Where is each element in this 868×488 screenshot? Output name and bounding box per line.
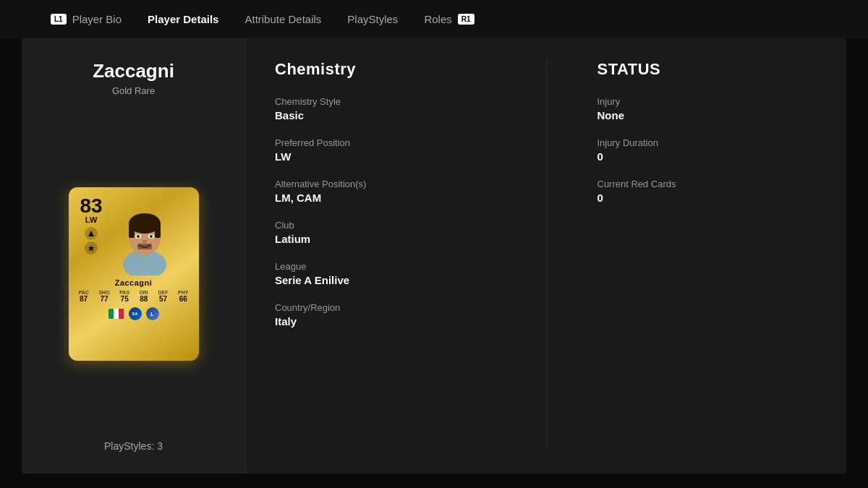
card-star-icon [85, 241, 98, 254]
league-label: League [275, 261, 495, 272]
country-label: Country/Region [275, 302, 495, 313]
card-rating: 83 [80, 196, 103, 216]
svg-point-11 [150, 235, 153, 238]
svg-point-10 [137, 235, 140, 238]
card-arrow-icon [85, 227, 98, 240]
red-cards-label: Current Red Cards [597, 179, 818, 189]
chemistry-style-value: Basic [275, 109, 495, 121]
club-label: Club [275, 220, 495, 231]
player-name-heading: Zaccagni [93, 60, 174, 82]
nav-item-player-details[interactable]: Player Details [148, 13, 218, 25]
svg-marker-1 [88, 245, 95, 252]
card-stat-phy: PHY 66 [178, 290, 188, 303]
nav-item-playstyles[interactable]: PlayStyles [347, 13, 398, 25]
panel-divider [546, 60, 547, 452]
preferred-position-row: Preferred Position LW [275, 137, 495, 163]
playstyles-label: PlayStyles: 3 [104, 440, 163, 452]
alt-position-label: Alternative Position(s) [275, 179, 495, 189]
top-navigation: L1 Player Bio Player Details Attribute D… [0, 0, 868, 38]
alt-position-value: LM, CAM [275, 192, 495, 204]
card-stat-dri: DRI 88 [140, 290, 148, 303]
card-stat-pac: PAC 87 [79, 290, 89, 303]
svg-marker-0 [88, 231, 94, 236]
nav-group-right: Roles R1 [424, 13, 474, 25]
player-face-area [103, 196, 187, 275]
chemistry-style-row: Chemistry Style Basic [275, 96, 495, 121]
nav-group-left: L1 Player Bio [51, 13, 122, 25]
svg-point-12 [142, 240, 147, 243]
injury-duration-row: Injury Duration 0 [597, 137, 818, 163]
player-rarity: Gold Rare [93, 85, 174, 96]
nav-item-roles[interactable]: Roles [424, 13, 451, 25]
status-section: STATUS Injury None Injury Duration 0 Cur… [597, 60, 818, 452]
club-badge: L [146, 307, 159, 320]
preferred-position-value: LW [275, 150, 495, 163]
svg-rect-13 [137, 244, 152, 249]
l1-badge: L1 [51, 14, 67, 25]
injury-label: Injury [597, 96, 818, 107]
svg-rect-7 [155, 223, 161, 238]
fifa-card: 83 LW [69, 187, 199, 361]
country-row: Country/Region Italy [275, 302, 495, 328]
svg-rect-6 [129, 223, 135, 238]
italy-flag-icon [109, 309, 124, 319]
card-badges: SA L [109, 307, 159, 320]
serie-a-badge: SA [129, 307, 142, 320]
injury-duration-label: Injury Duration [597, 137, 818, 148]
league-row: League Serie A Enilive [275, 261, 495, 286]
club-row: Club Latium [275, 220, 495, 245]
main-content: Zaccagni Gold Rare 83 LW [22, 38, 846, 474]
club-value: Latium [275, 233, 495, 245]
right-panel: Chemistry Chemistry Style Basic Preferre… [246, 38, 846, 474]
alt-position-row: Alternative Position(s) LM, CAM [275, 179, 495, 204]
nav-item-player-bio[interactable]: Player Bio [72, 13, 122, 25]
red-cards-row: Current Red Cards 0 [597, 179, 818, 204]
card-stat-sho: SHO 77 [98, 290, 109, 303]
card-stats-row: PAC 87 SHO 77 PAS 75 DRI 88 DEF 57 [76, 290, 192, 303]
player-face-svg [109, 196, 181, 275]
r1-badge: R1 [458, 14, 475, 25]
preferred-position-label: Preferred Position [275, 137, 495, 148]
red-cards-value: 0 [597, 192, 818, 204]
injury-row: Injury None [597, 96, 818, 121]
card-rating-block: 83 LW [80, 196, 103, 254]
country-value: Italy [275, 315, 495, 328]
left-panel: Zaccagni Gold Rare 83 LW [22, 38, 246, 474]
chemistry-section: Chemistry Chemistry Style Basic Preferre… [275, 60, 495, 452]
card-stat-pas: PAS 75 [119, 290, 129, 303]
chemistry-title: Chemistry [275, 60, 495, 79]
injury-value: None [597, 109, 818, 121]
card-position: LW [85, 216, 98, 224]
card-player-name: Zaccagni [115, 278, 153, 287]
injury-duration-value: 0 [597, 150, 818, 163]
card-stat-def: DEF 57 [158, 290, 168, 303]
card-top: 83 LW [76, 194, 192, 277]
chemistry-style-label: Chemistry Style [275, 96, 495, 107]
status-title: STATUS [597, 60, 818, 79]
league-value: Serie A Enilive [275, 274, 495, 286]
nav-item-attribute-details[interactable]: Attribute Details [244, 13, 321, 25]
